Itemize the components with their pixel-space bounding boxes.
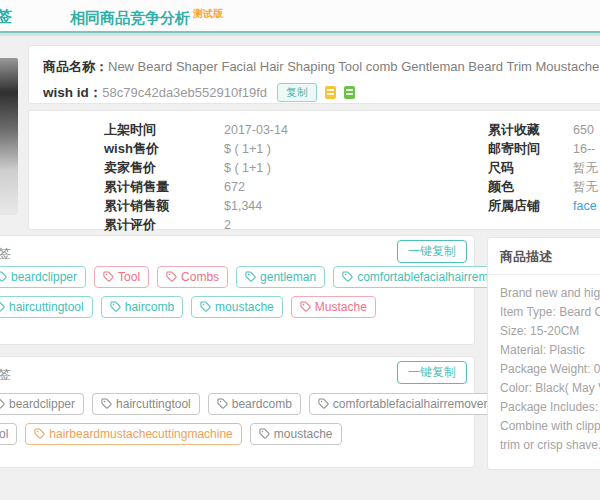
tag-chip: beardclipper: [0, 266, 86, 288]
tag-label: Mustache: [315, 300, 367, 314]
tag-icon: [342, 271, 353, 282]
description-line: Size: 15-20CM: [500, 322, 600, 341]
stats-row: 颜色暂无: [488, 176, 598, 195]
stats-label: 累计销售量: [104, 177, 224, 196]
tag-chip: Combs: [157, 266, 228, 288]
tag-label: beardclipper: [11, 270, 77, 284]
stats-label: 累计评价: [104, 215, 224, 234]
tag-label: comfortablefacialhairremover: [333, 397, 488, 411]
tag-chip: Mustache: [291, 296, 376, 318]
tag-icon: [34, 428, 45, 439]
yellow-badge-icon[interactable]: [325, 86, 336, 99]
tag-label: beardcomb: [232, 397, 292, 411]
tag-label: hairbeardmustachecuttingmachine: [49, 427, 232, 441]
stats-row: 所属店铺face: [488, 195, 598, 214]
wish-id-label: wish id：: [43, 84, 102, 102]
description-line: Package Includes: 1 x: [500, 398, 600, 417]
tag-row: haircuttingtoolhaircombmoustacheMustache: [1, 295, 468, 318]
stats-right-column: 累计收藏650邮寄时间16--尺码暂无颜色暂无所属店铺face: [488, 119, 598, 214]
tags-section-2: 标签 一键复制 beardclipperhaircuttingtoolbeard…: [0, 356, 475, 468]
tag-icon: [166, 271, 177, 282]
tag-icon: [318, 398, 329, 409]
tag-label: Combs: [181, 270, 219, 284]
stats-label: 卖家售价: [104, 158, 224, 177]
tag-label: moustache: [274, 427, 333, 441]
stats-row: 累计销售量672: [104, 176, 288, 195]
tag-icon: [101, 398, 112, 409]
product-name-label: 商品名称：: [43, 59, 108, 74]
tag-chip: haircuttingtool: [92, 393, 200, 415]
copy-all-tags-button-1[interactable]: 一键复制: [397, 240, 467, 263]
tags-section-2-title: 标签: [0, 366, 11, 384]
tag-icon: [217, 398, 228, 409]
description-line: Brand new and high q: [500, 284, 600, 303]
product-image: [0, 58, 18, 215]
tag-icon: [0, 301, 5, 312]
screen: 标签 相同商品竞争分析测试版 商品名称：New Beard Shaper Fac…: [0, 0, 600, 500]
description-line: trim or crisp shave.: [500, 436, 600, 455]
shop-link[interactable]: face: [573, 199, 597, 213]
stats-value: $ ( 1+1 ): [224, 142, 271, 156]
beta-badge: 测试版: [193, 8, 223, 19]
tag-label: beardclipper: [9, 397, 75, 411]
tag-label: ol: [0, 427, 8, 441]
tab-same-product-analysis[interactable]: 相同商品竞争分析测试版: [70, 7, 223, 28]
copy-all-tags-button-2[interactable]: 一键复制: [397, 361, 467, 384]
stats-label: 累计收藏: [488, 120, 573, 139]
tag-icon: [103, 271, 114, 282]
description-lines: Brand new and high qItem Type: Beard Com…: [488, 275, 600, 464]
tag-chip: gentleman: [236, 266, 325, 288]
stats-left-column: 上架时间2017-03-14wish售价$ ( 1+1 )卖家售价$ ( 1+1…: [104, 119, 288, 233]
stats-value: 650: [573, 123, 594, 137]
description-line: Item Type: Beard Com: [500, 303, 600, 322]
description-line: Package Weight: 0.1kg: [500, 360, 600, 379]
stats-value: 2017-03-14: [224, 123, 288, 137]
tag-icon: [0, 271, 7, 282]
stats-label: 尺码: [488, 158, 573, 177]
stats-row: 累计收藏650: [488, 119, 598, 138]
tag-icon: [200, 301, 211, 312]
tag-chip: comfortablefacialhairremover: [309, 393, 497, 415]
stats-row: 累计评价2: [104, 214, 288, 233]
stats-card: 上架时间2017-03-14wish售价$ ( 1+1 )卖家售价$ ( 1+1…: [28, 110, 600, 230]
tag-label: moustache: [215, 300, 274, 314]
stats-value: 暂无: [573, 161, 598, 175]
copy-wish-id-button[interactable]: 复制: [277, 83, 317, 102]
tags-rows-1: beardclipperToolCombsgentlemancomfortabl…: [1, 265, 468, 325]
stats-row: wish售价$ ( 1+1 ): [104, 138, 288, 157]
tab-bar: 标签 相同商品竞争分析测试版: [0, 0, 600, 33]
stats-label: 累计销售额: [104, 196, 224, 215]
tag-row: beardclipperhaircuttingtoolbeardcombcomf…: [1, 392, 468, 415]
stats-value: 16--: [573, 142, 595, 156]
tag-icon: [110, 301, 121, 312]
tag-chip: beardclipper: [0, 393, 84, 415]
stats-label: 上架时间: [104, 120, 224, 139]
tag-label: haircomb: [125, 300, 174, 314]
tag-label: Tool: [118, 270, 140, 284]
tag-chip: ol: [0, 423, 17, 445]
stats-label: wish售价: [104, 139, 224, 158]
tag-label: haircuttingtool: [116, 397, 191, 411]
tag-icon: [300, 301, 311, 312]
tab-tags-partial[interactable]: 标签: [0, 7, 12, 26]
tag-chip: Tool: [94, 266, 149, 288]
tag-label: haircuttingtool: [9, 300, 84, 314]
stats-row: 邮寄时间16--: [488, 138, 598, 157]
tag-chip: moustache: [191, 296, 283, 318]
tags-rows-2: beardclipperhaircuttingtoolbeardcombcomf…: [1, 392, 468, 452]
tag-icon: [245, 271, 256, 282]
stats-row: 卖家售价$ ( 1+1 ): [104, 157, 288, 176]
description-line: Material: Plastic: [500, 341, 600, 360]
stats-row: 累计销售额$1,344: [104, 195, 288, 214]
stats-value: 暂无: [573, 180, 598, 194]
stats-value: 2: [224, 218, 231, 232]
green-badge-icon[interactable]: [344, 86, 355, 99]
wish-id-value: 58c79c42da3eb552910f19fd: [102, 85, 267, 100]
tab-label: 相同商品竞争分析: [70, 9, 190, 26]
stats-label: 邮寄时间: [488, 139, 573, 158]
tag-chip: beardcomb: [208, 393, 301, 415]
stats-row: 上架时间2017-03-14: [104, 119, 288, 138]
description-title: 商品描述: [488, 238, 600, 275]
description-line: Combine with clippers: [500, 417, 600, 436]
tag-row: beardclipperToolCombsgentlemancomfortabl…: [1, 265, 468, 288]
